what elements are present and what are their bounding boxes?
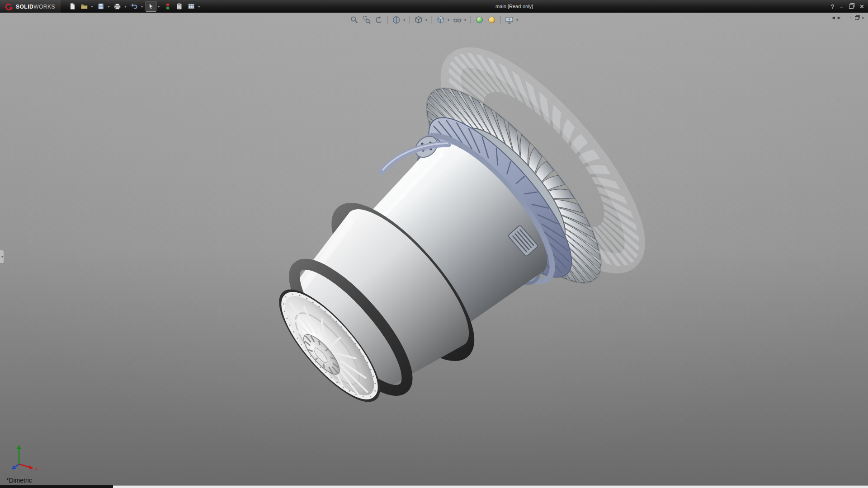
undo-button[interactable] [129,1,140,12]
table-grid-icon [188,3,195,10]
table-options-dropdown-caret[interactable]: ▼ [198,5,201,8]
select-dropdown-caret[interactable]: ▼ [157,5,160,8]
display-style-caret[interactable]: ▼ [447,19,450,22]
new-document-icon [69,3,76,10]
next-window-button[interactable]: ▶ [838,16,841,20]
minimize-document-button[interactable]: – [850,16,852,20]
zoom-to-area-button[interactable] [362,15,372,25]
brand-works: WORKS [33,4,55,10]
headsup-view-toolbar: ▼ ▼ ▼ ▼ [349,15,519,25]
undo-dropdown-caret[interactable]: ▼ [141,5,144,8]
hide-show-caret[interactable]: ▼ [463,19,467,22]
select-cursor-icon [147,3,154,10]
status-strip-light [113,485,868,488]
display-style-button[interactable] [436,15,446,25]
status-strip [0,485,868,488]
print-button[interactable] [112,1,123,12]
hud-separator [410,16,410,23]
hud-separator [387,16,388,23]
zoom-to-area-icon [362,15,371,24]
open-button[interactable] [79,1,90,12]
clipboard-icon [176,3,183,10]
edit-appearance-ball-icon [475,15,484,24]
view-orientation-label: *Dimetric [6,477,32,484]
hud-separator [500,16,500,23]
window-controls: ? – ✕ [831,0,864,13]
section-view-button[interactable] [392,15,401,25]
restore-document-button[interactable] [855,16,859,20]
apply-scene-button[interactable] [486,15,496,25]
view-orientation-button[interactable] [414,15,424,25]
previous-window-button[interactable]: ◀ [832,16,835,20]
restore-button[interactable] [849,5,854,9]
zoom-to-fit-button[interactable] [349,15,359,25]
standard-toolbar: ▼ ▼ ▼ ▼ [67,1,202,12]
solidworks-brand: SOLIDWORKS [0,0,61,13]
open-dropdown-caret[interactable]: ▼ [90,5,94,8]
edit-appearance-button[interactable] [474,15,484,25]
apply-scene-ball-icon [487,15,496,24]
view-orientation-caret[interactable]: ▼ [425,19,428,22]
save-button[interactable] [95,1,106,12]
selection-filter-icon [165,3,170,10]
brand-text: SOLIDWORKS [16,2,55,10]
zoom-to-fit-icon [350,15,359,24]
help-button[interactable]: ? [831,4,834,9]
titlebar: SOLIDWORKS ▼ ▼ [0,0,868,13]
print-icon [113,3,121,10]
triad-x-label: x [35,466,38,471]
brand-solid: SOLID [16,4,33,10]
3d-scene-canvas[interactable]: x [0,13,868,485]
previous-view-button[interactable] [374,15,384,25]
section-view-caret[interactable]: ▼ [403,19,406,22]
undo-arrow-icon [130,3,138,10]
open-folder-icon [80,3,88,10]
3d-viewport[interactable]: x [0,13,868,485]
status-strip-dark [0,485,113,488]
3ds-logo-icon [4,2,14,10]
new-document-button[interactable] [67,1,78,12]
display-style-icon [436,15,445,24]
hide-show-items-button[interactable] [452,15,462,25]
hide-show-glasses-icon [453,15,462,24]
view-settings-caret[interactable]: ▼ [515,19,519,22]
minimize-button[interactable]: – [840,4,843,9]
save-floppy-icon [97,3,104,10]
selection-filter-button[interactable] [162,1,173,12]
close-button[interactable]: ✕ [859,4,864,9]
window-title: main [Read-only] [495,0,533,13]
view-orientation-cube-icon [414,15,423,24]
section-view-icon [392,15,401,24]
document-window-controls: ◀ ▶ – × [832,15,864,20]
table-options-button[interactable] [186,1,197,12]
previous-view-icon [374,15,383,24]
select-button[interactable] [146,1,156,12]
view-settings-icon [505,15,514,24]
hud-separator [432,16,432,23]
hud-separator [470,16,471,23]
save-dropdown-caret[interactable]: ▼ [107,5,110,8]
print-dropdown-caret[interactable]: ▼ [124,5,127,8]
view-settings-button[interactable] [504,15,514,25]
clipboard-button[interactable] [174,1,185,12]
panel-collapse-handle[interactable]: ◂ [0,250,4,263]
close-document-button[interactable]: × [862,15,864,20]
